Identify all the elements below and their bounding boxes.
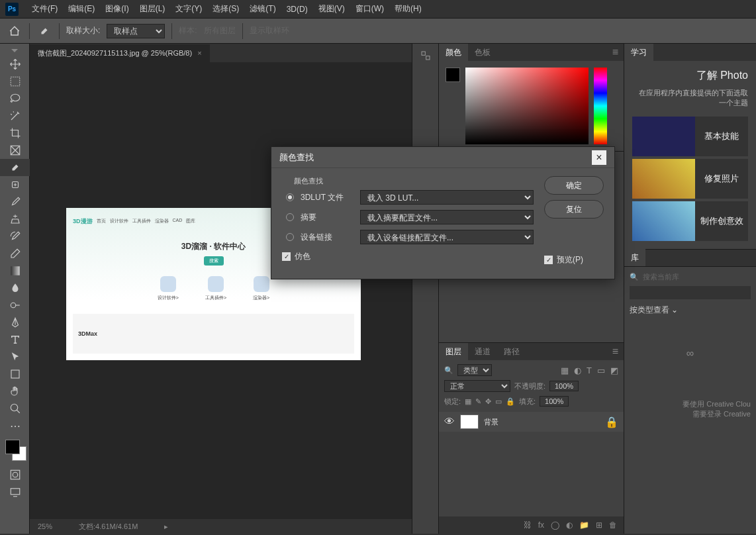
menu-type[interactable]: 文字(Y) [170,1,207,17]
link-layers-icon[interactable]: ⛓ [524,520,532,530]
panel-menu-icon[interactable]: ≡ [607,346,624,358]
lock-image-icon[interactable]: ✎ [475,397,481,406]
menu-edit[interactable]: 编辑(E) [63,1,100,17]
gradient-tool[interactable] [0,262,30,279]
menu-filter[interactable]: 滤镜(T) [244,1,281,17]
blur-tool[interactable] [0,279,30,297]
menu-window[interactable]: 窗口(W) [350,1,389,17]
tab-swatches[interactable]: 色板 [468,44,497,62]
menu-image[interactable]: 图像(I) [100,1,134,17]
eyedropper-tool[interactable] [0,159,30,176]
search-icon[interactable]: 🔍 [444,366,453,375]
dialog-titlebar[interactable]: 颜色查找 × [271,147,614,168]
move-tool[interactable] [0,56,30,73]
layer-lock-icon[interactable]: 🔒 [605,416,618,428]
document-info[interactable]: 文档:4.61M/4.61M [79,522,138,532]
layer-fx-icon[interactable]: fx [538,520,544,530]
pen-tool[interactable] [0,314,30,331]
opacity-value[interactable]: 100% [549,381,579,391]
hand-tool[interactable] [0,383,30,400]
rectangle-tool[interactable] [0,365,30,383]
library-search[interactable]: 🔍 搜索当前库 [630,272,751,282]
lock-artboard-icon[interactable]: ▭ [495,397,502,406]
learn-card-retouch[interactable]: 修复照片 [632,159,748,199]
menu-3d[interactable]: 3D(D) [281,2,313,17]
menu-view[interactable]: 视图(V) [313,1,350,17]
filter-shape-icon[interactable]: ▭ [597,365,605,375]
lock-position-icon[interactable]: ✥ [485,397,491,406]
history-brush-tool[interactable] [0,228,30,245]
marquee-tool[interactable] [0,73,30,90]
lock-all-icon[interactable]: 🔒 [506,397,515,406]
edit-toolbar[interactable]: ⋯ [0,417,30,434]
menu-file[interactable]: 文件(F) [26,1,63,17]
delete-layer-icon[interactable]: 🗑 [609,520,617,530]
filter-smart-icon[interactable]: ◩ [610,365,618,375]
eraser-tool[interactable] [0,245,30,262]
screen-mode-icon[interactable] [0,483,30,501]
filter-type-icon[interactable]: T [587,365,592,375]
layer-row[interactable]: 👁 背景 🔒 [439,412,624,432]
path-selection-tool[interactable] [0,348,30,365]
tab-paths[interactable]: 路径 [497,343,526,361]
panel-menu-icon[interactable]: ≡ [607,46,624,58]
color-swatches[interactable] [0,440,29,466]
toolbar-expand[interactable] [0,46,29,56]
abstract-select[interactable]: 载入摘要配置文件... [360,210,534,224]
learn-card-creative[interactable]: 制作创意效 [632,201,748,241]
color-field[interactable] [465,68,589,144]
lock-transparent-icon[interactable]: ▦ [465,397,471,406]
type-tool[interactable] [0,331,30,348]
document-tab[interactable]: 微信截图_20240927115113.jpg @ 25%(RGB/8) × [30,44,210,62]
menu-select[interactable]: 选择(S) [207,1,244,17]
abstract-radio[interactable] [286,213,294,221]
zoom-level[interactable]: 25% [38,522,52,530]
menu-help[interactable]: 帮助(H) [389,1,427,17]
foreground-color-swatch[interactable] [5,440,20,454]
brush-tool[interactable] [0,193,30,211]
zoom-tool[interactable] [0,400,30,417]
fill-value[interactable]: 100% [540,396,569,407]
quick-mask-icon[interactable] [0,466,30,483]
adjustment-layer-icon[interactable]: ◐ [566,520,573,530]
filter-adjust-icon[interactable]: ◐ [574,365,581,375]
new-layer-icon[interactable]: ⊞ [596,520,602,530]
sample-size-select[interactable]: 取样点 [107,24,165,38]
lasso-tool[interactable] [0,90,30,107]
layer-filter-select[interactable]: 类型 [457,364,492,376]
layer-thumbnail[interactable] [460,414,479,429]
tab-learn[interactable]: 学习 [624,44,653,62]
dialog-close-button[interactable]: × [592,150,606,165]
frame-tool[interactable] [0,142,30,159]
reset-button[interactable]: 复位 [544,200,604,219]
menu-layer[interactable]: 图层(L) [134,1,171,17]
clone-stamp-tool[interactable] [0,211,30,228]
tab-color[interactable]: 颜色 [439,44,468,62]
tab-close-icon[interactable]: × [197,49,201,57]
ok-button[interactable]: 确定 [544,176,604,195]
tab-layers[interactable]: 图层 [439,343,468,361]
color-preview-swatch[interactable] [446,68,460,82]
tab-library[interactable]: 库 [624,249,645,267]
crop-tool[interactable] [0,124,30,142]
eyedropper-tool-icon[interactable] [36,23,52,39]
dodge-tool[interactable] [0,297,30,314]
layer-group-icon[interactable]: 📁 [579,520,589,530]
library-input[interactable] [630,286,751,299]
layer-visibility-icon[interactable]: 👁 [444,416,455,428]
panel-strip-icon[interactable] [412,44,439,68]
canvas[interactable]: 3D漫游 首页设计软件工具插件渲染器CAD图库 3D溜溜 · 软件中心 搜索 设… [30,62,412,519]
learn-card-basics[interactable]: 基本技能 [632,117,748,156]
lut-radio[interactable] [286,193,294,201]
dither-checkbox[interactable]: ✓ [282,252,291,261]
filter-pixel-icon[interactable]: ▦ [561,365,569,375]
blend-mode-select[interactable]: 正常 [444,380,510,392]
device-select[interactable]: 载入设备链接配置文件... [360,230,534,244]
home-icon[interactable] [7,23,23,39]
preview-checkbox[interactable]: ✓ [544,256,553,264]
status-caret[interactable]: ▸ [164,522,168,531]
device-radio[interactable] [286,233,294,241]
healing-brush-tool[interactable] [0,176,30,193]
layer-mask-icon[interactable]: ◯ [551,520,559,530]
magic-wand-tool[interactable] [0,107,30,124]
